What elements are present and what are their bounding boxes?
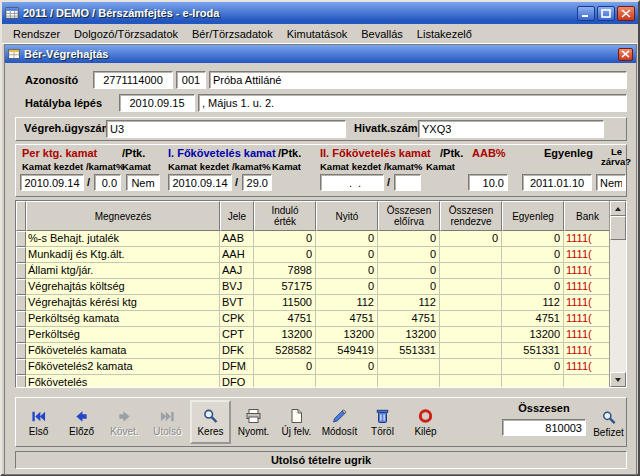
- azonosito-sub-field[interactable]: [176, 71, 206, 89]
- edit-button[interactable]: Módosít: [319, 400, 360, 444]
- scrollbar-down-button[interactable]: [610, 372, 626, 387]
- azonosito-code-field[interactable]: [93, 71, 173, 89]
- table-row[interactable]: Főkövetelés2 kamataDFM0001111(: [16, 359, 626, 375]
- row-selector[interactable]: [16, 359, 26, 375]
- cell: Állami ktg/jár.: [26, 263, 220, 279]
- table-row[interactable]: Végrehajtás kérési ktgBVT115001121121121…: [16, 295, 626, 311]
- osszesen-field[interactable]: [502, 419, 586, 436]
- lezarva-field[interactable]: [596, 174, 626, 191]
- window-title: 2011 / DEMO / Bérszámfejtés - e-Iroda: [23, 7, 219, 19]
- vertical-scrollbar[interactable]: [609, 201, 626, 387]
- table-row[interactable]: Munkadíj és Ktg.ált.AAH00001111(: [16, 247, 626, 263]
- maximize-button[interactable]: [597, 6, 615, 21]
- table-row[interactable]: Végrehajtás költségBVJ571750001111(: [16, 279, 626, 295]
- menu-item-kimutatasok[interactable]: Kimutatások: [280, 26, 355, 42]
- button-label: Kilép: [414, 426, 436, 437]
- fokoveteles2-pct-field[interactable]: [394, 174, 421, 191]
- cell: AAJ: [220, 263, 254, 279]
- window-controls: [577, 6, 635, 21]
- row-selector[interactable]: [16, 279, 26, 295]
- row-selector[interactable]: [16, 375, 26, 388]
- scrollbar-thumb[interactable]: [610, 216, 626, 240]
- hatalyba-date-field[interactable]: [119, 94, 195, 112]
- column-header[interactable]: Bank: [564, 201, 611, 231]
- next-button[interactable]: Követ.: [104, 400, 145, 444]
- cell: 1111(: [564, 327, 611, 343]
- row-selector[interactable]: [16, 247, 26, 263]
- cell: 549419: [316, 343, 378, 359]
- dialog-window: Bér-Végrehajtás Azonosító Hatályba lépés…: [4, 44, 637, 475]
- exit-button[interactable]: Kilép: [405, 400, 446, 444]
- vegreh-ugyszam-field[interactable]: [106, 120, 346, 138]
- menu-item-bevallas[interactable]: Bevallás: [354, 26, 410, 42]
- last-button[interactable]: Utolsó: [147, 400, 188, 444]
- first-button[interactable]: Első: [18, 400, 59, 444]
- row-selector[interactable]: [16, 231, 26, 247]
- prev-button[interactable]: Előző: [61, 400, 102, 444]
- azonosito-name-field[interactable]: [209, 71, 627, 89]
- cell: 13200: [316, 327, 378, 343]
- new-record-button[interactable]: Új felv.: [276, 400, 317, 444]
- minimize-button[interactable]: [577, 6, 595, 21]
- fokoveteles2-kamat-title: II. Főkövetelés kamat: [320, 147, 431, 159]
- row-selector[interactable]: [16, 343, 26, 359]
- column-header[interactable]: Induló érték: [254, 201, 316, 231]
- per-ktg-kamat-ptk-field[interactable]: [126, 174, 160, 191]
- slash-2: /: [235, 176, 238, 188]
- row-selector[interactable]: [16, 263, 26, 279]
- menu-item-ber-torzsadatok[interactable]: Bér/Törzsadatok: [185, 26, 280, 42]
- befizet-button[interactable]: Befizet: [590, 401, 627, 445]
- table-row[interactable]: Állami ktg/jár.AAJ78980001111(: [16, 263, 626, 279]
- fokoveteles2-date-field[interactable]: [320, 174, 384, 191]
- new-icon: [288, 408, 305, 425]
- table-row[interactable]: %-s Behajt. jutalékAAB000001111(: [16, 231, 626, 247]
- hivatk-szam-field[interactable]: [418, 120, 604, 138]
- row-selector[interactable]: [16, 327, 26, 343]
- close-button[interactable]: [617, 6, 635, 21]
- column-header[interactable]: Egyenleg: [502, 201, 564, 231]
- dialog-close-button[interactable]: [618, 48, 633, 61]
- cell: 551331: [502, 343, 564, 359]
- search-button[interactable]: Keres: [190, 400, 231, 444]
- cell: 0: [316, 263, 378, 279]
- delete-button[interactable]: Töröl: [362, 400, 403, 444]
- cell: 0: [440, 231, 502, 247]
- fokoveteles1-pct-field[interactable]: [242, 174, 272, 191]
- cell: [254, 375, 316, 388]
- table-row[interactable]: Főkövetelés kamataDFK5285825494195513315…: [16, 343, 626, 359]
- column-header[interactable]: Összesen rendezve: [440, 201, 502, 231]
- column-header[interactable]: Nyitó: [316, 201, 378, 231]
- button-label: Előző: [69, 426, 94, 437]
- per-ktg-kamat-date-field[interactable]: [20, 174, 84, 191]
- cell: 0: [502, 231, 564, 247]
- menu-item-dolgozo-torzsadatok[interactable]: Dolgozó/Törzsadatok: [67, 26, 185, 42]
- row-selector[interactable]: [16, 295, 26, 311]
- menu-item-rendszer[interactable]: Rendszer: [6, 26, 67, 42]
- scrollbar-up-button[interactable]: [610, 201, 626, 216]
- row-selector[interactable]: [16, 311, 26, 327]
- per-ktg-kamat-pct-field[interactable]: [94, 174, 121, 191]
- column-header[interactable]: Megnevezés: [26, 201, 220, 231]
- cell: Főkövetelés kamata: [26, 343, 220, 359]
- column-header[interactable]: Összesen előírva: [378, 201, 440, 231]
- cell: AAB: [220, 231, 254, 247]
- cell: DFM: [220, 359, 254, 375]
- print-button[interactable]: Nyomt.: [233, 400, 274, 444]
- kamat-kezdet-sub-1: Kamat kezdet /kamat%: [22, 161, 124, 172]
- kamat-sub-3: Kamat: [426, 161, 455, 172]
- cell: 0: [316, 231, 378, 247]
- column-header[interactable]: Jele: [220, 201, 254, 231]
- fokoveteles1-date-field[interactable]: [168, 174, 232, 191]
- cell: AAH: [220, 247, 254, 263]
- table-row[interactable]: FőkövetelésDFO: [16, 375, 626, 388]
- table-row[interactable]: PerköltségCPT132001320013200132001111(: [16, 327, 626, 343]
- aab-field[interactable]: [468, 174, 508, 191]
- hatalyba-address-field[interactable]: [198, 94, 627, 112]
- cell: 57175: [254, 279, 316, 295]
- table-header: MegnevezésJeleInduló értékNyitóÖsszesen …: [16, 201, 626, 231]
- menu-item-listakezelo[interactable]: Listakezelő: [410, 26, 479, 42]
- table-row[interactable]: Perköltség kamataCPK47514751475147511111…: [16, 311, 626, 327]
- menu-bar: RendszerDolgozó/TörzsadatokBér/Törzsadat…: [2, 24, 638, 44]
- kamat-panel: Per ktg. kamat /Ptk. I. Főkövetelés kama…: [15, 144, 627, 197]
- egyenleg-date-field[interactable]: [522, 174, 592, 191]
